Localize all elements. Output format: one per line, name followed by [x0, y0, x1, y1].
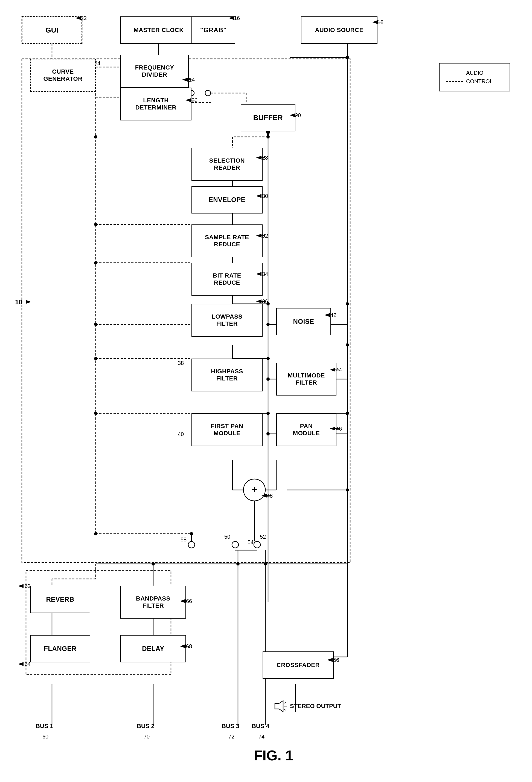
envelope-block: ENVELOPE: [191, 186, 263, 213]
ref-arrow-18: [371, 17, 384, 24]
svg-point-65: [94, 532, 98, 535]
sw52-label: 52: [260, 534, 266, 540]
ref-arrow-16: [227, 13, 241, 20]
flanger-block: FLANGER: [30, 635, 90, 663]
ref-arrow-32: [254, 231, 268, 238]
svg-point-38: [94, 323, 98, 326]
crossfader-block: CROSSFADER: [263, 651, 334, 679]
multimode-filter-block: MULTIMODE FILTER: [276, 363, 336, 395]
envelope-label: ENVELOPE: [209, 196, 245, 204]
svg-point-41: [94, 357, 98, 360]
curve-generator-label: CURVE GENERATOR: [43, 68, 82, 82]
fig-label: FIG. 1: [191, 747, 355, 763]
highpass-filter-block: HIGHPASS FILTER: [191, 359, 263, 391]
svg-point-49: [266, 432, 270, 435]
speaker-icon: [273, 699, 287, 713]
length-determiner-label: LENGTH DETERMINER: [136, 97, 177, 111]
sw50-label: 50: [224, 534, 230, 540]
ref-arrow-48: [260, 491, 273, 498]
highpass-filter-label: HIGHPASS FILTER: [211, 368, 243, 382]
selection-reader-label: SELECTION READER: [209, 157, 245, 171]
svg-point-62: [254, 541, 260, 548]
legend-dashed-line: [446, 81, 463, 82]
noise-label: NOISE: [293, 318, 314, 325]
ref-arrow-62: [16, 581, 30, 588]
svg-marker-138: [275, 701, 283, 712]
bus1-ref: 60: [42, 734, 48, 740]
svg-line-141: [284, 709, 286, 710]
pan-module-block: PAN MODULE: [276, 413, 336, 446]
svg-point-33: [94, 261, 98, 264]
ref-arrow-68: [178, 641, 192, 648]
legend-solid-line: [446, 73, 463, 73]
stereo-output-area: STEREO OUTPUT: [273, 699, 341, 713]
audio-source-block: AUDIO SOURCE: [301, 16, 377, 44]
stereo-output-label: STEREO OUTPUT: [290, 703, 341, 710]
svg-line-139: [284, 702, 286, 704]
bus4-label: BUS 4: [252, 722, 269, 730]
bus4-ref: 74: [259, 734, 265, 740]
first-pan-module-block: FIRST PAN MODULE: [191, 413, 263, 446]
bus3-label: BUS 3: [222, 722, 239, 730]
buffer-block: BUFFER: [241, 104, 295, 131]
svg-point-90: [346, 302, 349, 306]
multimode-filter-label: MULTIMODE FILTER: [288, 372, 325, 386]
svg-text:+: +: [252, 484, 257, 495]
delay-label: DELAY: [142, 645, 164, 652]
pan-module-label: PAN MODULE: [293, 423, 320, 437]
svg-point-6: [205, 90, 211, 96]
svg-point-93: [346, 412, 349, 415]
ref-arrow-56: [326, 655, 339, 662]
curve-generator-ref: 24: [94, 60, 101, 67]
bus2-label: BUS 2: [137, 722, 155, 730]
frequency-divider-label: FREQUENCY DIVIDER: [135, 64, 174, 78]
ref-arrow-46: [328, 424, 342, 431]
diagram: +: [0, 0, 532, 782]
svg-point-44: [266, 378, 270, 381]
svg-point-60: [346, 488, 349, 492]
ref-arrow-30: [254, 191, 268, 198]
selection-reader-block: SELECTION READER: [191, 148, 263, 181]
ref-arrow-22: [74, 13, 87, 20]
bandpass-filter-label: BANDPASS FILTER: [136, 595, 170, 609]
svg-point-111: [188, 541, 195, 548]
svg-point-101: [266, 323, 270, 326]
delay-block: DELAY: [120, 635, 186, 663]
ref-arrow-14: [181, 75, 194, 81]
length-determiner-block: LENGTH DETERMINER: [120, 87, 191, 120]
ref-arrow-20: [288, 110, 302, 117]
bus3-ref: 72: [228, 734, 234, 740]
ref-arrow-26: [184, 95, 197, 102]
first-pan-module-label: FIRST PAN MODULE: [211, 423, 243, 437]
crossfader-label: CROSSFADER: [276, 662, 320, 669]
svg-point-46: [94, 412, 98, 415]
ref-arrow-10: [20, 296, 33, 305]
first-pan-module-ref: 40: [178, 431, 184, 437]
bandpass-filter-block: BANDPASS FILTER: [120, 586, 186, 618]
svg-point-109: [266, 412, 270, 415]
svg-point-14: [266, 135, 270, 139]
gui-block: GUI: [22, 16, 82, 44]
svg-point-61: [232, 541, 238, 548]
gui-label: GUI: [45, 26, 59, 34]
ref-arrow-42: [323, 310, 336, 317]
bus1-label: BUS 1: [36, 722, 53, 730]
reverb-label: REVERB: [46, 596, 74, 603]
lowpass-filter-label: LOWPASS FILTER: [212, 313, 242, 327]
svg-point-91: [346, 343, 349, 347]
svg-point-75: [264, 562, 267, 566]
master-clock-label: MASTER CLOCK: [134, 27, 184, 34]
sample-rate-reduce-block: SAMPLE RATE REDUCE: [191, 224, 263, 257]
sw58-label: 58: [181, 536, 187, 543]
sample-rate-reduce-label: SAMPLE RATE REDUCE: [205, 234, 249, 248]
audio-source-label: AUDIO SOURCE: [315, 27, 363, 34]
svg-point-30: [94, 223, 98, 226]
svg-point-52: [243, 479, 265, 501]
legend-control: CONTROL: [446, 78, 503, 84]
master-clock-block: MASTER CLOCK: [120, 16, 197, 44]
grab-block: "GRAB": [191, 16, 235, 44]
svg-point-69: [236, 562, 240, 566]
legend-control-label: CONTROL: [466, 78, 493, 84]
curve-generator-block: CURVE GENERATOR: [30, 59, 96, 92]
flanger-label: FLANGER: [44, 645, 77, 652]
